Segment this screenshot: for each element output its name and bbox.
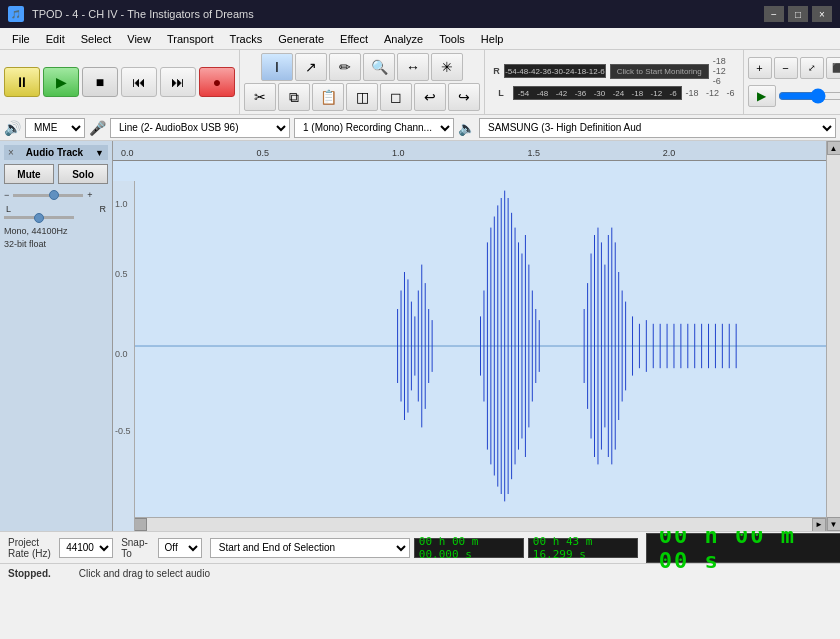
draw-tool[interactable]: ✏ xyxy=(329,53,361,81)
paste-button[interactable]: 📋 xyxy=(312,83,344,111)
copy-button[interactable]: ⧉ xyxy=(278,83,310,111)
menu-effect[interactable]: Effect xyxy=(332,31,376,47)
vu-row-l: L -54 -48 -42 -36 -30 -24 -18 -12 -6 -18… xyxy=(493,83,735,103)
titlebar: 🎵 TPOD - 4 - CH IV - The Instigators of … xyxy=(0,0,840,28)
vu-row-r: R -54 -48 -42 -36 -30 -24 -18 -12 -6 Cli… xyxy=(493,61,735,81)
transport-toolbar: ⏸ ▶ ■ ⏮ ⏭ ● xyxy=(0,50,240,114)
cut-button[interactable]: ✂ xyxy=(244,83,276,111)
selection-dropdown[interactable]: Start and End of Selection xyxy=(210,538,410,558)
gain-plus-icon: + xyxy=(87,190,92,200)
selection-section: Start and End of Selection 00 h 00 m 00.… xyxy=(210,538,638,558)
menu-transport[interactable]: Transport xyxy=(159,31,222,47)
trim-button[interactable]: ◫ xyxy=(346,83,378,111)
time-2: 2.0 xyxy=(663,148,676,158)
zoom-out-button[interactable]: − xyxy=(774,57,798,79)
forward-button[interactable]: ⏭ xyxy=(160,67,196,97)
scroll-track-h[interactable] xyxy=(127,518,812,531)
main-layout: × Audio Track ▼ Mute Solo − + L R Mono, … xyxy=(0,141,840,531)
maximize-button[interactable]: □ xyxy=(788,6,808,22)
play-button[interactable]: ▶ xyxy=(43,67,79,97)
h-scrollbar: ◄ ► xyxy=(113,517,826,531)
pause-button[interactable]: ⏸ xyxy=(4,67,40,97)
menu-tools[interactable]: Tools xyxy=(431,31,473,47)
zoom-fit-button[interactable]: ⤢ xyxy=(800,57,824,79)
record-button[interactable]: ● xyxy=(199,67,235,97)
select-tool[interactable]: I xyxy=(261,53,293,81)
project-rate-label: Project Rate (Hz) xyxy=(8,537,55,559)
statusbar: Project Rate (Hz) 44100 Snap-To Off Star… xyxy=(0,531,840,563)
menu-tracks[interactable]: Tracks xyxy=(222,31,271,47)
redo-button[interactable]: ↪ xyxy=(448,83,480,111)
zoom-row-1: + − ⤢ ⬛ xyxy=(748,57,840,79)
vu-bar-r: -54 -48 -42 -36 -30 -24 -18 -12 -6 xyxy=(504,64,606,78)
waveform-section: 0.0 0.5 1.0 1.5 2.0 1.0 0.5 0.0 -0.5 xyxy=(113,141,826,531)
menu-generate[interactable]: Generate xyxy=(270,31,332,47)
time-1: 1.0 xyxy=(392,148,405,158)
edit-row-1: I ↗ ✏ 🔍 ↔ ✳ xyxy=(261,53,463,81)
zoom-tool[interactable]: 🔍 xyxy=(363,53,395,81)
track-name: Audio Track xyxy=(26,147,83,158)
track-close-button[interactable]: × xyxy=(8,147,14,158)
scroll-right-button[interactable]: ► xyxy=(812,518,826,532)
input-channels-select[interactable]: 1 (Mono) Recording Chann... xyxy=(294,118,454,138)
db-1: 1.0 xyxy=(115,199,128,209)
timeline: 0.0 0.5 1.0 1.5 2.0 xyxy=(113,141,826,161)
api-select[interactable]: MME xyxy=(25,118,85,138)
zoom-sel-button[interactable]: ⬛ xyxy=(826,57,840,79)
track-title-bar: × Audio Track ▼ xyxy=(4,145,108,160)
pan-row xyxy=(4,216,108,219)
mute-button[interactable]: Mute xyxy=(4,164,54,184)
gain-slider-area: − + L R xyxy=(4,190,108,219)
track-menu-arrow[interactable]: ▼ xyxy=(95,148,104,158)
pan-slider[interactable] xyxy=(4,216,74,219)
menu-edit[interactable]: Edit xyxy=(38,31,73,47)
project-rate-select[interactable]: 44100 xyxy=(59,538,113,558)
r-label: R xyxy=(100,204,107,214)
vu-l-far: -18 -12 -6 xyxy=(686,88,735,98)
close-button[interactable]: × xyxy=(812,6,832,22)
stop-button[interactable]: ■ xyxy=(82,67,118,97)
zoom-row-2: ▶ xyxy=(748,85,840,107)
input-device-select[interactable]: Line (2- AudioBox USB 96) xyxy=(110,118,290,138)
edit-toolbar: I ↗ ✏ 🔍 ↔ ✳ ✂ ⧉ 📋 ◫ ◻ ↩ ↪ xyxy=(240,50,485,114)
multitool[interactable]: ✳ xyxy=(431,53,463,81)
zoom-toolbar: + − ⤢ ⬛ ▶ xyxy=(743,50,840,114)
waveform-svg xyxy=(135,161,826,531)
menu-analyze[interactable]: Analyze xyxy=(376,31,431,47)
undo-button[interactable]: ↩ xyxy=(414,83,446,111)
rewind-button[interactable]: ⏮ xyxy=(121,67,157,97)
snap-to-select[interactable]: Off xyxy=(158,538,202,558)
waveform-area: 1.0 0.5 0.0 -0.5 xyxy=(113,161,826,531)
big-time-display: 00 h 00 m 00 s xyxy=(646,533,840,563)
snap-to-label: Snap-To xyxy=(121,537,153,559)
vu-ticks-l: -54 -48 -42 -36 -30 -24 -18 -12 -6 xyxy=(514,89,681,98)
menu-help[interactable]: Help xyxy=(473,31,512,47)
play-speed-slider[interactable] xyxy=(778,85,840,107)
envelope-tool[interactable]: ↗ xyxy=(295,53,327,81)
time-05: 0.5 xyxy=(256,148,269,158)
silence-button[interactable]: ◻ xyxy=(380,83,412,111)
v-scrollbar: ▲ ▼ xyxy=(826,141,840,531)
play-green-button[interactable]: ▶ xyxy=(748,85,776,107)
menu-view[interactable]: View xyxy=(119,31,159,47)
time-15: 1.5 xyxy=(527,148,540,158)
vu-ticks-r: -54 -48 -42 -36 -30 -24 -18 -12 -6 xyxy=(505,67,605,76)
menu-file[interactable]: File xyxy=(4,31,38,47)
scroll-up-button[interactable]: ▲ xyxy=(827,141,841,155)
api-icon: 🔊 xyxy=(4,120,21,136)
vu-monitor-r-button[interactable]: Click to Start Monitoring xyxy=(610,64,709,79)
mute-solo-controls: Mute Solo xyxy=(4,164,108,184)
sel-start-field[interactable]: 00 h 00 m 00.000 s xyxy=(414,538,524,558)
menu-select[interactable]: Select xyxy=(73,31,120,47)
db-scale: 1.0 0.5 0.0 -0.5 xyxy=(113,181,135,531)
minimize-button[interactable]: − xyxy=(764,6,784,22)
gain-slider[interactable] xyxy=(13,194,83,197)
track-info: Mono, 44100Hz32-bit float xyxy=(4,225,108,250)
zoom-in-button[interactable]: + xyxy=(748,57,772,79)
output-device-select[interactable]: SAMSUNG (3- High Definition Aud xyxy=(479,118,836,138)
gain-minus-icon: − xyxy=(4,190,9,200)
scroll-track-v[interactable] xyxy=(827,155,840,517)
solo-button[interactable]: Solo xyxy=(58,164,108,184)
timeshift-tool[interactable]: ↔ xyxy=(397,53,429,81)
sel-end-field[interactable]: 00 h 43 m 16.299 s xyxy=(528,538,638,558)
